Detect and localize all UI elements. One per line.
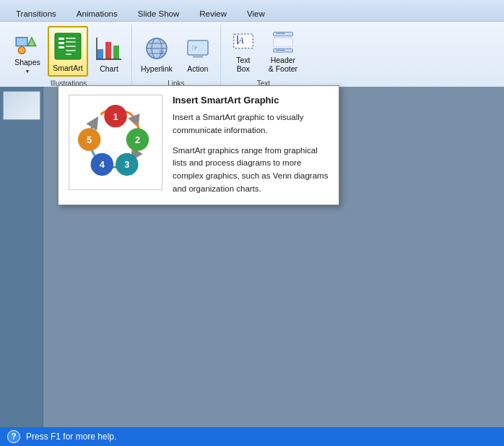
svg-rect-5 bbox=[58, 42, 64, 44]
tab-transitions[interactable]: Transitions bbox=[6, 6, 66, 21]
slide-thumbnail[interactable] bbox=[3, 91, 40, 120]
tooltip-content: Insert SmartArt Graphic Insert a SmartAr… bbox=[173, 95, 329, 196]
hyperlink-button[interactable]: ☞ Hyperlink bbox=[136, 26, 177, 77]
text-group: A TextBox Header& Footer Text bbox=[221, 25, 306, 91]
slide-strip bbox=[0, 87, 43, 427]
links-group: ☞ Hyperlink ☞ Action Links bbox=[132, 25, 221, 91]
action-icon: ☞ bbox=[184, 35, 212, 62]
help-icon[interactable]: ? bbox=[7, 430, 20, 443]
chart-button[interactable]: Chart bbox=[91, 26, 127, 77]
svg-rect-12 bbox=[97, 49, 103, 59]
svg-marker-1 bbox=[27, 38, 36, 46]
textbox-button[interactable]: A TextBox bbox=[225, 26, 261, 77]
hyperlink-label: Hyperlink bbox=[141, 64, 173, 74]
smartart-button[interactable]: SmartArt bbox=[48, 26, 88, 77]
action-button[interactable]: ☞ Action bbox=[180, 26, 216, 77]
tooltip-description2: SmartArt graphics range from graphical l… bbox=[173, 145, 329, 196]
svg-text:2: 2 bbox=[135, 134, 140, 145]
svg-text:4: 4 bbox=[100, 159, 105, 170]
svg-text:3: 3 bbox=[124, 159, 129, 170]
svg-rect-6 bbox=[58, 46, 64, 48]
status-bar: ? Press F1 for more help. bbox=[0, 427, 504, 446]
svg-text:A: A bbox=[238, 35, 244, 46]
svg-rect-7 bbox=[66, 38, 76, 39]
tab-slideshow[interactable]: Slide Show bbox=[128, 6, 190, 21]
svg-rect-29 bbox=[274, 32, 293, 35]
svg-rect-14 bbox=[113, 46, 119, 59]
svg-rect-30 bbox=[274, 38, 293, 46]
smartart-icon bbox=[53, 31, 83, 61]
textbox-icon: A bbox=[230, 29, 257, 53]
svg-text:☞: ☞ bbox=[159, 48, 165, 56]
svg-rect-9 bbox=[66, 46, 76, 47]
chart-icon bbox=[95, 35, 123, 62]
ribbon-body: Shapes ▼ SmartArt bbox=[0, 22, 504, 93]
headerfooter-label: Header& Footer bbox=[269, 56, 297, 74]
tooltip-popup: 1 2 3 4 5 Insert SmartArt Graphic Insert… bbox=[58, 85, 339, 205]
svg-text:1: 1 bbox=[113, 111, 118, 122]
svg-point-2 bbox=[18, 47, 25, 54]
shapes-icon bbox=[14, 29, 40, 56]
shapes-dropdown-arrow: ▼ bbox=[25, 69, 30, 74]
tab-review[interactable]: Review bbox=[189, 6, 237, 21]
illustrations-items: Shapes ▼ SmartArt bbox=[10, 26, 127, 77]
tab-animations[interactable]: Animations bbox=[66, 6, 128, 21]
tab-view[interactable]: View bbox=[237, 6, 275, 21]
chart-label: Chart bbox=[100, 64, 118, 74]
svg-text:5: 5 bbox=[87, 134, 92, 145]
svg-rect-4 bbox=[58, 38, 64, 40]
svg-rect-11 bbox=[66, 53, 71, 55]
svg-rect-8 bbox=[66, 41, 76, 43]
svg-rect-25 bbox=[193, 55, 203, 58]
headerfooter-icon bbox=[269, 29, 297, 53]
tooltip-image: 1 2 3 4 5 bbox=[69, 95, 162, 190]
svg-rect-10 bbox=[66, 50, 76, 51]
headerfooter-button[interactable]: Header& Footer bbox=[264, 26, 302, 77]
illustrations-group: Shapes ▼ SmartArt bbox=[6, 25, 132, 91]
tooltip-title: Insert SmartArt Graphic bbox=[173, 95, 329, 106]
svg-rect-13 bbox=[105, 42, 111, 59]
svg-rect-0 bbox=[16, 38, 27, 46]
ribbon-tabs-bar: Transitions Animations Slide Show Review… bbox=[0, 0, 504, 22]
links-items: ☞ Hyperlink ☞ Action bbox=[136, 26, 216, 77]
shapes-label: Shapes bbox=[14, 58, 40, 67]
action-label: Action bbox=[187, 64, 208, 74]
smartart-diagram: 1 2 3 4 5 bbox=[74, 100, 157, 185]
status-text: Press F1 for more help. bbox=[26, 432, 116, 442]
svg-text:☞: ☞ bbox=[191, 43, 199, 52]
hyperlink-icon: ☞ bbox=[143, 35, 170, 62]
text-items: A TextBox Header& Footer bbox=[225, 26, 302, 77]
tooltip-description1: Insert a SmartArt graphic to visually co… bbox=[173, 111, 329, 137]
shapes-button[interactable]: Shapes ▼ bbox=[10, 26, 45, 77]
smartart-label: SmartArt bbox=[53, 64, 82, 73]
textbox-label: TextBox bbox=[236, 56, 250, 74]
